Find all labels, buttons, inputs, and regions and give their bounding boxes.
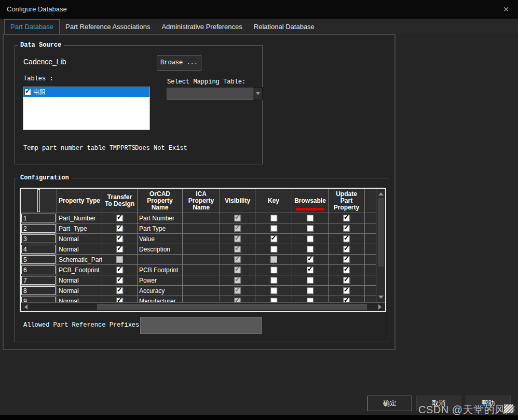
row-number-cell[interactable]: 6 bbox=[21, 265, 57, 275]
checkbox-icon[interactable] bbox=[343, 246, 350, 253]
checkbox-icon[interactable] bbox=[116, 267, 123, 273]
checkbox-icon[interactable] bbox=[234, 277, 241, 284]
checkbox-icon[interactable] bbox=[116, 215, 123, 221]
scroll-left-arrow[interactable] bbox=[22, 303, 30, 311]
visibility-checkbox-cell[interactable] bbox=[220, 234, 255, 244]
checkbox-icon[interactable] bbox=[343, 256, 350, 263]
visibility-checkbox-cell[interactable] bbox=[220, 296, 255, 302]
transfer-checkbox-cell[interactable] bbox=[102, 223, 138, 234]
checkbox-icon[interactable] bbox=[270, 246, 277, 253]
vertical-scroll-thumb[interactable] bbox=[378, 198, 384, 267]
col-header-property-type[interactable]: Property Type bbox=[57, 189, 102, 213]
checkbox-icon[interactable] bbox=[116, 287, 123, 294]
tab-administrative-preferences[interactable]: Administrative Preferences bbox=[156, 20, 248, 34]
orcad_name-cell[interactable]: Manufacturer bbox=[138, 296, 183, 302]
property_type-cell[interactable]: Part_Number bbox=[57, 213, 102, 223]
row-number-cell[interactable]: 8 bbox=[21, 286, 57, 296]
browsable-checkbox-cell[interactable] bbox=[292, 275, 329, 286]
col-header-key[interactable]: Key bbox=[255, 189, 292, 213]
checkbox-icon[interactable] bbox=[234, 256, 241, 263]
grid-vertical-scrollbar[interactable] bbox=[376, 189, 385, 302]
orcad_name-cell[interactable]: Part Number bbox=[138, 213, 183, 223]
horizontal-scroll-thumb[interactable] bbox=[97, 304, 366, 310]
grid-horizontal-scrollbar[interactable] bbox=[21, 302, 385, 311]
checkbox-icon[interactable] bbox=[270, 256, 277, 263]
property_type-cell[interactable]: Schematic_Part bbox=[57, 255, 102, 265]
key-checkbox-cell[interactable] bbox=[255, 296, 292, 302]
browsable-checkbox-cell[interactable] bbox=[292, 223, 329, 234]
orcad_name-cell[interactable]: Description bbox=[138, 244, 183, 255]
browsable-checkbox-cell[interactable] bbox=[292, 213, 329, 223]
orcad_name-cell[interactable] bbox=[138, 255, 183, 265]
ica_name-cell[interactable] bbox=[183, 234, 220, 244]
mapping-table-value[interactable] bbox=[167, 88, 253, 100]
checkbox-icon[interactable] bbox=[343, 287, 350, 294]
key-checkbox-cell[interactable] bbox=[255, 275, 292, 286]
transfer-checkbox-cell[interactable] bbox=[102, 213, 138, 223]
col-header-visibility[interactable]: Visibility bbox=[220, 189, 255, 213]
list-item[interactable]: 电阻 bbox=[23, 87, 149, 97]
orcad_name-cell[interactable]: Part Type bbox=[138, 223, 183, 234]
update-checkbox-cell[interactable] bbox=[329, 296, 365, 302]
checkbox-icon[interactable] bbox=[307, 246, 313, 253]
browsable-checkbox-cell[interactable] bbox=[292, 244, 329, 255]
browsable-checkbox-cell[interactable] bbox=[292, 255, 329, 265]
checkbox-icon[interactable] bbox=[343, 235, 350, 242]
checkbox-icon[interactable] bbox=[343, 267, 350, 273]
key-checkbox-cell[interactable] bbox=[255, 213, 292, 223]
row-number-cell[interactable]: 9 bbox=[21, 296, 57, 302]
row-number-cell[interactable]: 2 bbox=[21, 223, 57, 234]
update-checkbox-cell[interactable] bbox=[329, 213, 365, 223]
row-number-cell[interactable]: 7 bbox=[21, 275, 57, 286]
checkbox-icon[interactable] bbox=[307, 277, 313, 284]
key-checkbox-cell[interactable] bbox=[255, 286, 292, 296]
update-checkbox-cell[interactable] bbox=[329, 265, 365, 275]
checkbox-icon[interactable] bbox=[343, 277, 350, 284]
update-checkbox-cell[interactable] bbox=[329, 286, 365, 296]
tables-listbox[interactable]: 电阻 bbox=[23, 87, 150, 130]
orcad_name-cell[interactable]: Value bbox=[138, 234, 183, 244]
checkbox-icon[interactable] bbox=[234, 298, 241, 302]
browsable-checkbox-cell[interactable] bbox=[292, 296, 329, 302]
key-checkbox-cell[interactable] bbox=[255, 234, 292, 244]
checkbox-icon[interactable] bbox=[116, 256, 123, 263]
transfer-checkbox-cell[interactable] bbox=[102, 275, 138, 286]
browse-button[interactable]: Browse ... bbox=[157, 55, 201, 71]
transfer-checkbox-cell[interactable] bbox=[102, 244, 138, 255]
checkbox-icon[interactable] bbox=[116, 246, 123, 253]
property_type-cell[interactable]: Normal bbox=[57, 286, 102, 296]
update-checkbox-cell[interactable] bbox=[329, 244, 365, 255]
tab-relational-database[interactable]: Relational Database bbox=[248, 20, 320, 34]
close-icon[interactable]: ✕ bbox=[501, 5, 511, 14]
key-checkbox-cell[interactable] bbox=[255, 265, 292, 275]
tab-part-reference-associations[interactable]: Part Reference Associations bbox=[60, 20, 156, 34]
checkbox-icon[interactable] bbox=[307, 298, 313, 302]
row-number-cell[interactable]: 1 bbox=[21, 213, 57, 223]
checkbox-icon[interactable] bbox=[234, 235, 241, 242]
checkbox-icon[interactable] bbox=[116, 225, 123, 232]
mapping-table-combobox[interactable] bbox=[166, 87, 263, 100]
visibility-checkbox-cell[interactable] bbox=[220, 275, 255, 286]
checkbox-icon[interactable] bbox=[343, 298, 350, 302]
property_type-cell[interactable]: Part_Type bbox=[57, 223, 102, 234]
update-checkbox-cell[interactable] bbox=[329, 234, 365, 244]
visibility-checkbox-cell[interactable] bbox=[220, 244, 255, 255]
checkbox-icon[interactable] bbox=[270, 235, 277, 242]
property_type-cell[interactable]: PCB_Footprint bbox=[57, 265, 102, 275]
transfer-checkbox-cell[interactable] bbox=[102, 296, 138, 302]
property_type-cell[interactable]: Normal bbox=[57, 234, 102, 244]
key-checkbox-cell[interactable] bbox=[255, 223, 292, 234]
checkbox-icon[interactable] bbox=[234, 267, 241, 273]
row-number-cell[interactable]: 5 bbox=[21, 255, 57, 265]
resize-grip-icon[interactable] bbox=[504, 404, 513, 413]
scroll-right-arrow[interactable] bbox=[376, 303, 384, 311]
browsable-checkbox-cell[interactable] bbox=[292, 286, 329, 296]
update-checkbox-cell[interactable] bbox=[329, 255, 365, 265]
checkbox-icon[interactable] bbox=[307, 215, 313, 221]
checkbox-icon[interactable] bbox=[116, 235, 123, 242]
checkbox-icon[interactable] bbox=[270, 277, 277, 284]
property_type-cell[interactable]: Normal bbox=[57, 244, 102, 255]
browsable-checkbox-cell[interactable] bbox=[292, 265, 329, 275]
transfer-checkbox-cell[interactable] bbox=[102, 255, 138, 265]
transfer-checkbox-cell[interactable] bbox=[102, 286, 138, 296]
